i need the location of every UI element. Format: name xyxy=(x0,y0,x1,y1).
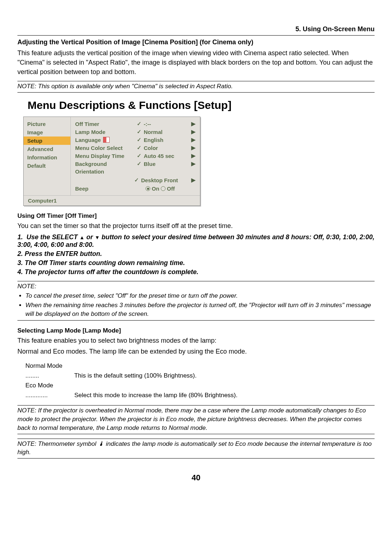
step-2: 2. Press the ENTER button. xyxy=(17,250,375,258)
off-timer-heading: Using Off Timer [Off Timer] xyxy=(17,212,375,220)
chevron-right-icon: ▶ xyxy=(190,152,196,159)
osd-nav-information[interactable]: Information xyxy=(24,153,70,162)
radio-icon xyxy=(161,186,166,191)
osd-value: Blue xyxy=(144,161,156,167)
osd-row-orientation-value[interactable]: Desktop Front ▶ xyxy=(75,175,196,185)
osd-row-background[interactable]: Background Blue ▶ xyxy=(75,160,196,168)
off-timer-note: NOTE: To cancel the preset time, select … xyxy=(17,281,375,321)
osd-label: Lamp Mode xyxy=(75,129,137,135)
osd-row-beep[interactable]: Beep On Off xyxy=(75,185,196,192)
normal-mode-desc: This is the default setting (100% Bright… xyxy=(74,372,196,379)
beep-off-radio[interactable]: Off xyxy=(161,186,175,192)
osd-row-orientation-label: Orientation xyxy=(75,168,196,175)
osd-row-language[interactable]: Language English ▶ xyxy=(75,136,196,144)
step-1: 1. Use the SELECT ▲ or ▼ button to selec… xyxy=(17,233,375,249)
triangle-up-icon: ▲ xyxy=(79,235,85,240)
off-timer-steps: 1. Use the SELECT ▲ or ▼ button to selec… xyxy=(17,233,375,276)
triangle-down-icon: ▼ xyxy=(95,235,100,240)
cinema-note: NOTE: This option is available only when… xyxy=(17,81,375,93)
cinema-heading: Adjusting the Vertical Position of Image… xyxy=(17,38,375,46)
osd-window: Picture Image Setup Advanced Information… xyxy=(23,117,200,206)
page-number: 40 xyxy=(17,473,375,482)
language-flag-icon xyxy=(103,137,110,143)
eco-mode-desc: Select this mode to increase the lamp li… xyxy=(74,392,238,399)
page: 5. Using On-Screen Menu Adjusting the Ve… xyxy=(0,0,392,554)
osd-row-off-timer[interactable]: Off Timer -:-- ▶ xyxy=(75,120,196,128)
check-icon xyxy=(137,129,142,135)
osd-label: Off Timer xyxy=(75,121,137,127)
lamp-note-2: NOTE: Thermometer symbol 🌡 indicates the… xyxy=(17,439,375,459)
note-bullet: To cancel the preset time, select "Off" … xyxy=(25,292,375,300)
lamp-heading: Selecting Lamp Mode [Lamp Mode] xyxy=(17,327,375,334)
check-icon xyxy=(137,160,142,167)
chevron-right-icon: ▶ xyxy=(190,129,196,135)
eco-mode-label: Eco Mode ............. xyxy=(25,380,73,400)
cinema-paragraph: This feature adjusts the vertical positi… xyxy=(17,48,375,77)
osd-nav-default[interactable]: Default xyxy=(24,162,70,170)
chevron-right-icon: ▶ xyxy=(190,160,196,167)
note-label: NOTE: xyxy=(17,283,36,290)
check-icon xyxy=(134,177,140,183)
osd-nav: Picture Image Setup Advanced Information… xyxy=(24,117,71,195)
osd-label: Orientation xyxy=(75,168,137,175)
osd-label: Background xyxy=(75,161,137,167)
step-3: 3. The Off Timer starts counting down re… xyxy=(17,259,375,267)
chevron-right-icon: ▶ xyxy=(190,137,196,143)
radio-icon xyxy=(146,186,150,191)
chevron-right-icon: ▶ xyxy=(190,177,196,183)
lamp-p2: Normal and Eco modes. The lamp life can … xyxy=(17,347,375,356)
osd-row-menu-color[interactable]: Menu Color Select Color ▶ xyxy=(75,144,196,152)
note-bullet: When the remaining time reaches 3 minute… xyxy=(25,301,375,318)
check-icon xyxy=(137,137,142,143)
chevron-right-icon: ▶ xyxy=(190,121,196,127)
osd-row-lamp-mode[interactable]: Lamp Mode Normal ▶ xyxy=(75,128,196,136)
lamp-p1: This feature enables you to select two b… xyxy=(17,336,375,345)
lamp-note-1: NOTE: If the projector is overheated in … xyxy=(17,405,375,434)
osd-nav-setup[interactable]: Setup xyxy=(24,137,70,145)
osd-nav-picture[interactable]: Picture xyxy=(24,120,70,128)
osd-nav-image[interactable]: Image xyxy=(24,128,70,137)
thermometer-icon: 🌡 xyxy=(98,440,104,447)
osd-value: English xyxy=(144,137,163,143)
osd-label: Language xyxy=(75,137,137,143)
osd-footer: Computer1 xyxy=(24,195,200,205)
osd-value: Color xyxy=(144,145,158,151)
osd-label: Menu Display Time xyxy=(75,153,137,159)
chevron-right-icon: ▶ xyxy=(190,144,196,151)
osd-nav-advanced[interactable]: Advanced xyxy=(24,145,70,153)
off-timer-paragraph: You can set the timer so that the projec… xyxy=(17,221,375,231)
step-4: 4. The projector turns off after the cou… xyxy=(17,268,375,276)
breadcrumb: 5. Using On-Screen Menu xyxy=(17,25,375,36)
beep-on-radio[interactable]: On xyxy=(146,186,159,192)
osd-value: Auto 45 sec xyxy=(144,153,174,159)
osd-label: Beep xyxy=(75,186,137,192)
lamp-mode-table: Normal Mode ........ This is the default… xyxy=(25,361,375,400)
osd-value: Normal xyxy=(144,129,163,135)
osd-panel: Off Timer -:-- ▶ Lamp Mode Normal ▶ Lang… xyxy=(71,117,200,195)
normal-mode-label: Normal Mode ........ xyxy=(25,361,73,380)
setup-heading: Menu Descriptions & Functions [Setup] xyxy=(28,99,375,111)
osd-value: -:-- xyxy=(144,121,151,127)
check-icon xyxy=(137,152,142,159)
osd-value: Desktop Front xyxy=(141,177,178,183)
osd-label: Menu Color Select xyxy=(75,145,137,151)
check-icon xyxy=(137,121,142,127)
osd-row-menu-display-time[interactable]: Menu Display Time Auto 45 sec ▶ xyxy=(75,152,196,160)
check-icon xyxy=(137,144,142,151)
